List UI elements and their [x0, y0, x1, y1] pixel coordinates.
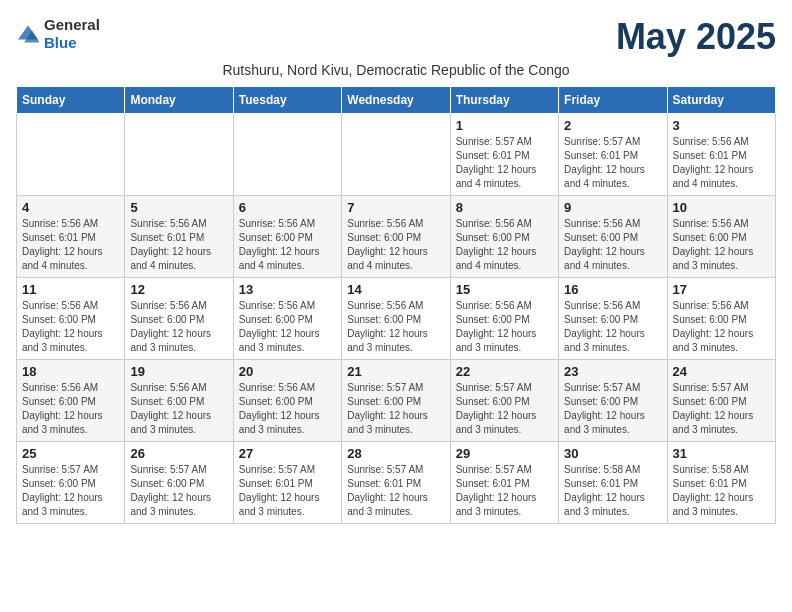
cell-info: Sunrise: 5:57 AMSunset: 6:01 PMDaylight:…	[456, 135, 553, 191]
cell-day-number: 30	[564, 446, 661, 461]
calendar-cell: 3Sunrise: 5:56 AMSunset: 6:01 PMDaylight…	[667, 114, 775, 196]
calendar-cell: 9Sunrise: 5:56 AMSunset: 6:00 PMDaylight…	[559, 196, 667, 278]
cell-info: Sunrise: 5:57 AMSunset: 6:01 PMDaylight:…	[456, 463, 553, 519]
calendar-cell: 28Sunrise: 5:57 AMSunset: 6:01 PMDayligh…	[342, 442, 450, 524]
cell-day-number: 13	[239, 282, 336, 297]
calendar-cell: 8Sunrise: 5:56 AMSunset: 6:00 PMDaylight…	[450, 196, 558, 278]
logo: General Blue	[16, 16, 100, 52]
cell-day-number: 15	[456, 282, 553, 297]
calendar-cell	[342, 114, 450, 196]
cell-day-number: 11	[22, 282, 119, 297]
day-header-monday: Monday	[125, 87, 233, 114]
cell-day-number: 25	[22, 446, 119, 461]
calendar-cell: 20Sunrise: 5:56 AMSunset: 6:00 PMDayligh…	[233, 360, 341, 442]
cell-info: Sunrise: 5:56 AMSunset: 6:01 PMDaylight:…	[130, 217, 227, 273]
day-header-wednesday: Wednesday	[342, 87, 450, 114]
calendar-cell: 29Sunrise: 5:57 AMSunset: 6:01 PMDayligh…	[450, 442, 558, 524]
calendar-cell: 4Sunrise: 5:56 AMSunset: 6:01 PMDaylight…	[17, 196, 125, 278]
cell-day-number: 7	[347, 200, 444, 215]
calendar-cell: 22Sunrise: 5:57 AMSunset: 6:00 PMDayligh…	[450, 360, 558, 442]
cell-day-number: 5	[130, 200, 227, 215]
cell-info: Sunrise: 5:56 AMSunset: 6:00 PMDaylight:…	[130, 381, 227, 437]
calendar-week-1: 1Sunrise: 5:57 AMSunset: 6:01 PMDaylight…	[17, 114, 776, 196]
cell-info: Sunrise: 5:58 AMSunset: 6:01 PMDaylight:…	[564, 463, 661, 519]
cell-info: Sunrise: 5:58 AMSunset: 6:01 PMDaylight:…	[673, 463, 770, 519]
cell-info: Sunrise: 5:57 AMSunset: 6:00 PMDaylight:…	[22, 463, 119, 519]
calendar-header-row: SundayMondayTuesdayWednesdayThursdayFrid…	[17, 87, 776, 114]
day-header-sunday: Sunday	[17, 87, 125, 114]
calendar-cell: 21Sunrise: 5:57 AMSunset: 6:00 PMDayligh…	[342, 360, 450, 442]
cell-info: Sunrise: 5:57 AMSunset: 6:00 PMDaylight:…	[456, 381, 553, 437]
calendar-cell: 26Sunrise: 5:57 AMSunset: 6:00 PMDayligh…	[125, 442, 233, 524]
cell-info: Sunrise: 5:56 AMSunset: 6:01 PMDaylight:…	[22, 217, 119, 273]
cell-day-number: 20	[239, 364, 336, 379]
cell-day-number: 17	[673, 282, 770, 297]
cell-day-number: 31	[673, 446, 770, 461]
calendar-cell: 2Sunrise: 5:57 AMSunset: 6:01 PMDaylight…	[559, 114, 667, 196]
cell-info: Sunrise: 5:57 AMSunset: 6:01 PMDaylight:…	[239, 463, 336, 519]
cell-info: Sunrise: 5:56 AMSunset: 6:00 PMDaylight:…	[239, 381, 336, 437]
calendar-cell: 1Sunrise: 5:57 AMSunset: 6:01 PMDaylight…	[450, 114, 558, 196]
calendar-table: SundayMondayTuesdayWednesdayThursdayFrid…	[16, 86, 776, 524]
calendar-cell: 18Sunrise: 5:56 AMSunset: 6:00 PMDayligh…	[17, 360, 125, 442]
cell-info: Sunrise: 5:57 AMSunset: 6:00 PMDaylight:…	[564, 381, 661, 437]
cell-day-number: 19	[130, 364, 227, 379]
cell-day-number: 22	[456, 364, 553, 379]
calendar-cell: 24Sunrise: 5:57 AMSunset: 6:00 PMDayligh…	[667, 360, 775, 442]
cell-info: Sunrise: 5:56 AMSunset: 6:00 PMDaylight:…	[673, 217, 770, 273]
calendar-cell: 16Sunrise: 5:56 AMSunset: 6:00 PMDayligh…	[559, 278, 667, 360]
calendar-cell: 7Sunrise: 5:56 AMSunset: 6:00 PMDaylight…	[342, 196, 450, 278]
calendar-week-4: 18Sunrise: 5:56 AMSunset: 6:00 PMDayligh…	[17, 360, 776, 442]
cell-info: Sunrise: 5:57 AMSunset: 6:01 PMDaylight:…	[564, 135, 661, 191]
calendar-week-5: 25Sunrise: 5:57 AMSunset: 6:00 PMDayligh…	[17, 442, 776, 524]
cell-info: Sunrise: 5:56 AMSunset: 6:00 PMDaylight:…	[564, 299, 661, 355]
cell-info: Sunrise: 5:56 AMSunset: 6:01 PMDaylight:…	[673, 135, 770, 191]
header-top: General Blue May 2025	[16, 16, 776, 58]
calendar-cell	[233, 114, 341, 196]
day-header-thursday: Thursday	[450, 87, 558, 114]
cell-day-number: 28	[347, 446, 444, 461]
cell-info: Sunrise: 5:57 AMSunset: 6:00 PMDaylight:…	[130, 463, 227, 519]
cell-day-number: 16	[564, 282, 661, 297]
cell-info: Sunrise: 5:56 AMSunset: 6:00 PMDaylight:…	[22, 299, 119, 355]
cell-info: Sunrise: 5:56 AMSunset: 6:00 PMDaylight:…	[347, 299, 444, 355]
calendar-cell: 19Sunrise: 5:56 AMSunset: 6:00 PMDayligh…	[125, 360, 233, 442]
cell-day-number: 21	[347, 364, 444, 379]
cell-info: Sunrise: 5:56 AMSunset: 6:00 PMDaylight:…	[239, 217, 336, 273]
cell-info: Sunrise: 5:57 AMSunset: 6:00 PMDaylight:…	[347, 381, 444, 437]
cell-day-number: 14	[347, 282, 444, 297]
calendar-cell: 27Sunrise: 5:57 AMSunset: 6:01 PMDayligh…	[233, 442, 341, 524]
cell-day-number: 29	[456, 446, 553, 461]
cell-day-number: 10	[673, 200, 770, 215]
calendar-week-2: 4Sunrise: 5:56 AMSunset: 6:01 PMDaylight…	[17, 196, 776, 278]
calendar-cell: 5Sunrise: 5:56 AMSunset: 6:01 PMDaylight…	[125, 196, 233, 278]
cell-info: Sunrise: 5:56 AMSunset: 6:00 PMDaylight:…	[347, 217, 444, 273]
cell-info: Sunrise: 5:57 AMSunset: 6:01 PMDaylight:…	[347, 463, 444, 519]
calendar-cell: 23Sunrise: 5:57 AMSunset: 6:00 PMDayligh…	[559, 360, 667, 442]
cell-info: Sunrise: 5:56 AMSunset: 6:00 PMDaylight:…	[456, 299, 553, 355]
cell-info: Sunrise: 5:56 AMSunset: 6:00 PMDaylight:…	[456, 217, 553, 273]
calendar-cell	[125, 114, 233, 196]
calendar-cell: 6Sunrise: 5:56 AMSunset: 6:00 PMDaylight…	[233, 196, 341, 278]
calendar-week-3: 11Sunrise: 5:56 AMSunset: 6:00 PMDayligh…	[17, 278, 776, 360]
logo-blue: Blue	[44, 34, 77, 51]
day-header-tuesday: Tuesday	[233, 87, 341, 114]
month-year-title: May 2025	[616, 16, 776, 58]
cell-info: Sunrise: 5:56 AMSunset: 6:00 PMDaylight:…	[564, 217, 661, 273]
cell-day-number: 2	[564, 118, 661, 133]
calendar-cell: 13Sunrise: 5:56 AMSunset: 6:00 PMDayligh…	[233, 278, 341, 360]
cell-day-number: 9	[564, 200, 661, 215]
cell-day-number: 27	[239, 446, 336, 461]
calendar-cell: 10Sunrise: 5:56 AMSunset: 6:00 PMDayligh…	[667, 196, 775, 278]
cell-info: Sunrise: 5:56 AMSunset: 6:00 PMDaylight:…	[673, 299, 770, 355]
cell-info: Sunrise: 5:56 AMSunset: 6:00 PMDaylight:…	[239, 299, 336, 355]
cell-day-number: 12	[130, 282, 227, 297]
day-header-friday: Friday	[559, 87, 667, 114]
calendar-cell: 30Sunrise: 5:58 AMSunset: 6:01 PMDayligh…	[559, 442, 667, 524]
calendar-cell: 25Sunrise: 5:57 AMSunset: 6:00 PMDayligh…	[17, 442, 125, 524]
logo-icon	[16, 24, 40, 44]
calendar-cell: 12Sunrise: 5:56 AMSunset: 6:00 PMDayligh…	[125, 278, 233, 360]
calendar-cell: 11Sunrise: 5:56 AMSunset: 6:00 PMDayligh…	[17, 278, 125, 360]
cell-day-number: 26	[130, 446, 227, 461]
day-header-saturday: Saturday	[667, 87, 775, 114]
